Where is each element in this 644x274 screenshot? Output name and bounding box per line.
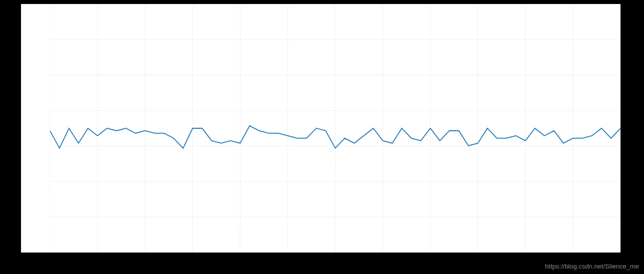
- data-line: [50, 126, 621, 148]
- plot-area: [50, 4, 621, 253]
- line-chart: [50, 4, 621, 253]
- watermark-text: https://blog.csdn.net/Slience_me: [545, 263, 639, 270]
- chart-container: [21, 4, 621, 253]
